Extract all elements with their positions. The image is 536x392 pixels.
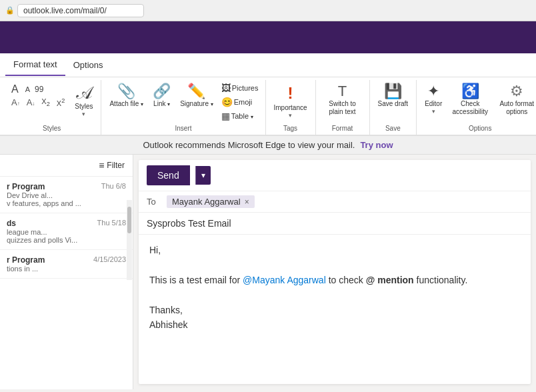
- pictures-icon: 🖼: [221, 83, 231, 93]
- body-mention: @Mayank Aggarwal: [243, 275, 326, 285]
- auto-format-options-button[interactable]: ⚙ Auto format options: [494, 81, 536, 119]
- styles-button[interactable]: 𝒜 Styles ▾: [71, 81, 97, 120]
- table-icon: ▦: [221, 111, 230, 121]
- format-group-label: Format: [332, 123, 353, 132]
- check-accessibility-button[interactable]: ♿ Check accessibility: [447, 81, 493, 119]
- font-increase-btn[interactable]: A↑: [9, 97, 22, 108]
- link-label: Link ▾: [153, 100, 170, 108]
- ribbon-toolbar: A A 99 A↑ A↓ X2 X2 𝒜 Styles ▾ Styles: [0, 77, 536, 136]
- font-decrease-btn[interactable]: A↓: [25, 97, 37, 108]
- link-button[interactable]: 🔗 Link ▾: [149, 81, 175, 111]
- styles-icon: 𝒜: [77, 84, 91, 101]
- ribbon-tabs: Format text Options: [0, 53, 536, 77]
- styles-dropdown-arrow: ▾: [82, 111, 85, 117]
- recipient-tag: Mayank Aggarwal ×: [167, 195, 255, 208]
- list-item[interactable]: 4/15/2023 r Program tions in ...: [0, 250, 133, 279]
- table-label: Table ▾: [231, 112, 253, 120]
- styles-group-label: Styles: [43, 123, 61, 132]
- sidebar-header: ≡ Filter: [0, 155, 133, 177]
- table-button[interactable]: ▦ Table ▾: [219, 109, 261, 123]
- importance-dropdown-arrow: ▾: [289, 112, 292, 119]
- address-bar: 🔒 outlook.live.com/mail/0/: [0, 0, 536, 21]
- mail-date: Thu 5/18: [97, 219, 126, 227]
- emoji-icon: 😊: [221, 97, 233, 107]
- tags-group-label: Tags: [283, 123, 297, 132]
- styles-group-items: A A 99 A↑ A↓ X2 X2 𝒜 Styles ▾: [7, 81, 97, 123]
- notification-text: Outlook recommends Microsoft Edge to vie…: [143, 140, 355, 150]
- importance-icon: !: [288, 84, 293, 103]
- recipient-remove-button[interactable]: ×: [245, 197, 249, 207]
- editor-button[interactable]: ✦ Editor ▾: [421, 81, 446, 117]
- format-group-items: T Switch to plain text: [320, 81, 365, 123]
- scrollbar-track[interactable]: [127, 200, 132, 280]
- editor-icon: ✦: [427, 84, 439, 99]
- styles-label: Styles: [75, 103, 93, 111]
- body-text-2: to check: [326, 275, 366, 285]
- subject-row[interactable]: Sysprobs Test Email: [139, 213, 531, 235]
- mail-date: 4/15/2023: [93, 255, 126, 263]
- options-group: ✦ Editor ▾ ♿ Check accessibility ⚙ Auto …: [417, 80, 536, 135]
- attach-file-button[interactable]: 📎 Attach file ▾: [105, 81, 147, 111]
- insert-group: 📎 Attach file ▾ 🔗 Link ▾ ✏️ Signature ▾ …: [101, 80, 265, 135]
- check-accessibility-icon: ♿: [461, 84, 479, 99]
- try-now-link[interactable]: Try now: [360, 140, 393, 150]
- send-dropdown-button[interactable]: ▾: [195, 166, 211, 185]
- send-button[interactable]: Send: [147, 165, 190, 185]
- insert-small-group: 🖼 Pictures 😊 Emoji ▦ Table ▾: [219, 81, 261, 123]
- insert-group-items: 📎 Attach file ▾ 🔗 Link ▾ ✏️ Signature ▾ …: [105, 81, 261, 123]
- filter-label: Filter: [107, 161, 125, 170]
- signature-icon: ✏️: [187, 84, 205, 99]
- list-item[interactable]: Thu 6/8 r Program Dev Drive al... v feat…: [0, 177, 133, 213]
- mail-list: Thu 6/8 r Program Dev Drive al... v feat…: [0, 177, 133, 389]
- mail-preview-2: v features, apps and ...: [7, 199, 126, 207]
- switch-plain-text-label: Switch to plain text: [324, 100, 361, 116]
- superscript-btn[interactable]: X2: [55, 97, 67, 108]
- auto-format-icon: ⚙: [510, 84, 523, 99]
- compose-body[interactable]: Hi, This is a test email for @Mayank Agg…: [139, 235, 531, 384]
- emoji-button[interactable]: 😊 Emoji: [219, 95, 261, 109]
- save-group: 💾 Save draft Save: [370, 80, 417, 135]
- switch-plain-text-icon: T: [338, 84, 347, 99]
- pictures-button[interactable]: 🖼 Pictures: [219, 81, 261, 95]
- mail-preview-2: quizzes and polls Vi...: [7, 236, 126, 244]
- body-signature: Abhishek: [149, 317, 520, 332]
- attach-file-icon: 📎: [117, 84, 135, 99]
- format-group: T Switch to plain text Format: [316, 80, 370, 135]
- font-size-number: 99: [35, 85, 43, 94]
- importance-label: Importance: [274, 104, 307, 112]
- signature-button[interactable]: ✏️ Signature ▾: [176, 81, 217, 111]
- insert-group-label: Insert: [175, 123, 191, 132]
- subscript-btn[interactable]: X2: [39, 97, 51, 108]
- font-size-row: A A 99: [9, 83, 67, 96]
- switch-to-plain-text-button[interactable]: T Switch to plain text: [320, 81, 365, 119]
- sidebar: ≡ Filter Thu 6/8 r Program Dev Drive al.…: [0, 155, 133, 389]
- save-draft-label: Save draft: [378, 100, 409, 108]
- notification-bar: Outlook recommends Microsoft Edge to vie…: [0, 136, 536, 155]
- editor-label: Editor: [425, 100, 442, 108]
- font-size-large[interactable]: A: [9, 83, 21, 96]
- recipient-name: Mayank Aggarwal: [172, 197, 241, 207]
- save-group-label: Save: [385, 123, 401, 132]
- tab-options[interactable]: Options: [65, 55, 111, 75]
- list-item[interactable]: Thu 5/18 ds league ma... quizzes and pol…: [0, 213, 133, 250]
- body-text-1: This is a test email for: [149, 275, 243, 285]
- importance-button[interactable]: ! Importance ▾: [270, 81, 311, 121]
- editor-dropdown-arrow: ▾: [432, 108, 435, 115]
- save-draft-button[interactable]: 💾 Save draft: [374, 81, 413, 111]
- attach-file-label: Attach file ▾: [109, 100, 143, 108]
- styles-left: A A 99 A↑ A↓ X2 X2: [7, 81, 69, 109]
- filter-icon: ≡: [99, 160, 104, 171]
- scrollbar-thumb[interactable]: [127, 207, 131, 233]
- filter-button[interactable]: ≡ Filter: [99, 160, 125, 171]
- compose-toolbar: Send ▾: [139, 160, 531, 191]
- body-text-3: functionality.: [414, 275, 468, 285]
- font-size-small[interactable]: A: [23, 85, 32, 94]
- lock-icon: 🔒: [5, 6, 15, 15]
- options-group-label: Options: [469, 123, 491, 132]
- tab-format-text[interactable]: Format text: [5, 54, 65, 76]
- font-format-row: A↑ A↓ X2 X2: [9, 97, 67, 108]
- url-input[interactable]: outlook.live.com/mail/0/: [17, 4, 144, 17]
- emoji-label: Emoji: [234, 98, 253, 106]
- mail-preview: tions in ...: [7, 265, 126, 273]
- body-greeting: Hi,: [149, 243, 520, 257]
